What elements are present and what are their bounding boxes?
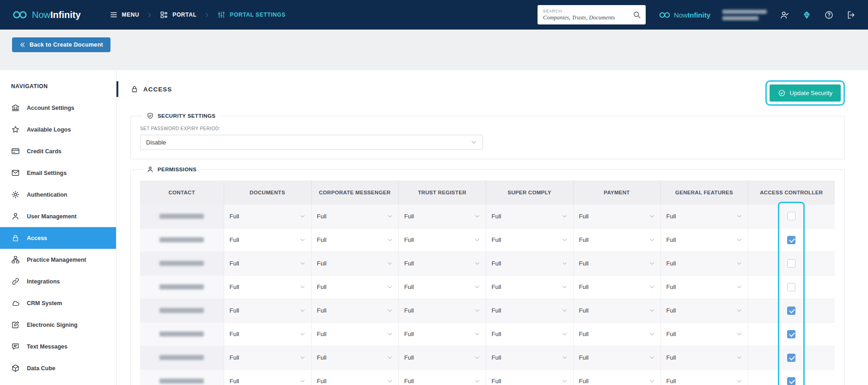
sidebar-item-integrations[interactable]: Integrations (0, 271, 116, 292)
access-controller-checkbox[interactable] (787, 330, 795, 338)
permission-select[interactable]: Full (230, 378, 306, 385)
permission-select[interactable]: Full (404, 283, 480, 290)
permission-select[interactable]: Full (579, 378, 655, 385)
permission-select[interactable]: Full (492, 260, 568, 267)
check-circle-icon (778, 89, 786, 97)
permission-select[interactable]: Full (230, 307, 306, 314)
permission-select[interactable]: Full (404, 236, 480, 243)
sidebar-item-email-settings[interactable]: Email Settings (0, 162, 116, 184)
permission-select[interactable]: Full (230, 331, 306, 337)
chevron-down-icon (474, 213, 480, 219)
permission-select[interactable]: Full (404, 260, 480, 267)
permission-select[interactable]: Full (492, 283, 568, 290)
sidebar-item-crm-system[interactable]: CRM System (0, 292, 116, 314)
permission-select[interactable]: Full (579, 331, 655, 337)
nav-portal-settings[interactable]: PORTAL SETTINGS (217, 11, 286, 19)
permission-select[interactable]: Full (666, 283, 742, 290)
search-input[interactable]: SEARCH Companies, Trusts, Documents (538, 5, 646, 24)
permission-select[interactable]: Full (404, 331, 480, 337)
permission-select[interactable]: Full (666, 378, 742, 385)
access-controller-checkbox[interactable] (787, 283, 795, 291)
lock-icon (11, 234, 20, 242)
sidebar-item-available-logos[interactable]: Available Logos (0, 119, 116, 140)
permission-select[interactable]: Full (666, 354, 742, 361)
permission-select[interactable]: Full (666, 213, 742, 220)
permission-select[interactable]: Full (317, 307, 393, 314)
search-placeholder: Companies, Trusts, Documents (543, 14, 633, 21)
sidebar-item-access[interactable]: Access (0, 227, 116, 249)
permission-select[interactable]: Full (317, 213, 393, 220)
sidebar-item-credit-cards[interactable]: Credit Cards (0, 140, 116, 162)
permission-select[interactable]: Full (230, 213, 306, 220)
logout-icon[interactable] (846, 10, 856, 20)
sidebar-item-authentication[interactable]: Authentication (0, 184, 116, 205)
permission-select[interactable]: Full (579, 213, 655, 220)
permission-select[interactable]: Full (492, 213, 568, 220)
permission-select[interactable]: Full (230, 260, 306, 267)
access-controller-checkbox[interactable] (787, 354, 795, 362)
permission-select[interactable]: Full (230, 236, 306, 243)
password-expiry-select[interactable]: Disable (140, 135, 483, 150)
chevron-down-icon (300, 331, 306, 337)
nav-portal[interactable]: PORTAL (160, 11, 196, 19)
access-controller-checkbox[interactable] (787, 307, 795, 315)
permission-select[interactable]: Full (579, 354, 655, 361)
permission-select[interactable]: Full (579, 260, 655, 267)
sidebar-item-practice-management[interactable]: Practice Management (0, 249, 116, 271)
permission-cell: Full (660, 228, 748, 252)
access-controller-checkbox[interactable] (787, 377, 795, 385)
sidebar-item-label: User Management (27, 213, 77, 220)
lock-icon (130, 85, 139, 93)
permission-select[interactable]: Full (317, 354, 393, 361)
permission-select[interactable]: Full (317, 236, 393, 243)
permission-select[interactable]: Full (666, 331, 742, 337)
chevron-down-icon (387, 213, 393, 219)
access-controller-checkbox[interactable] (787, 236, 795, 244)
nowinfinity-logo-small[interactable]: NowInfinity (659, 11, 710, 19)
permission-select[interactable]: Full (666, 236, 742, 243)
access-controller-checkbox[interactable] (787, 259, 795, 268)
permission-select[interactable]: Full (404, 307, 480, 314)
sidebar-item-data-cube[interactable]: Data Cube (0, 357, 116, 379)
permission-select[interactable]: Full (404, 213, 480, 220)
sidebar-item-user-management[interactable]: User Management (0, 205, 116, 227)
search-icon[interactable] (633, 11, 641, 19)
sidebar-item-account-settings[interactable]: Account Settings (0, 97, 116, 119)
permission-select[interactable]: Full (404, 354, 480, 361)
permission-select[interactable]: Full (579, 236, 655, 243)
permission-select[interactable]: Full (492, 354, 568, 361)
permission-select[interactable]: Full (579, 283, 655, 290)
permission-select[interactable]: Full (666, 307, 742, 314)
permission-select[interactable]: Full (230, 283, 306, 290)
permission-select[interactable]: Full (230, 354, 306, 361)
access-controller-checkbox[interactable] (787, 212, 795, 220)
permission-select[interactable]: Full (317, 378, 393, 385)
permission-select[interactable]: Full (492, 307, 568, 314)
sidebar-item-electronic-signing[interactable]: Electronic Signing (0, 314, 116, 336)
redacted-text-line (722, 10, 767, 14)
user-check-icon[interactable] (780, 10, 789, 20)
nowinfinity-logo[interactable]: NowInfinity (12, 10, 81, 20)
permission-select[interactable]: Full (404, 378, 480, 385)
sidebar-item-text-messages[interactable]: Text Messages (0, 336, 116, 357)
infinity-icon (659, 11, 671, 19)
help-icon[interactable] (824, 10, 834, 20)
permission-select[interactable]: Full (492, 236, 568, 243)
permission-select[interactable]: Full (317, 331, 393, 337)
update-security-button[interactable]: Update Security (770, 84, 841, 102)
permission-select[interactable]: Full (492, 331, 568, 337)
permission-select[interactable]: Full (666, 260, 742, 267)
permission-select[interactable]: Full (579, 307, 655, 314)
permission-select[interactable]: Full (492, 378, 568, 385)
permission-cell: Full (486, 252, 573, 275)
permission-select[interactable]: Full (317, 283, 393, 290)
chevron-down-icon (474, 331, 480, 337)
permission-value: Full (317, 378, 327, 385)
back-to-create-document-button[interactable]: Back to Create Document (12, 37, 110, 52)
diamond-icon[interactable] (802, 10, 812, 20)
nav-menu[interactable]: MENU (110, 11, 140, 19)
access-controller-cell (748, 205, 835, 228)
permission-cell: Full (573, 275, 660, 299)
permissions-section: PERMISSIONS CONTACTDOCUMENTSCORPORATE ME… (130, 166, 845, 385)
permission-select[interactable]: Full (317, 260, 393, 267)
